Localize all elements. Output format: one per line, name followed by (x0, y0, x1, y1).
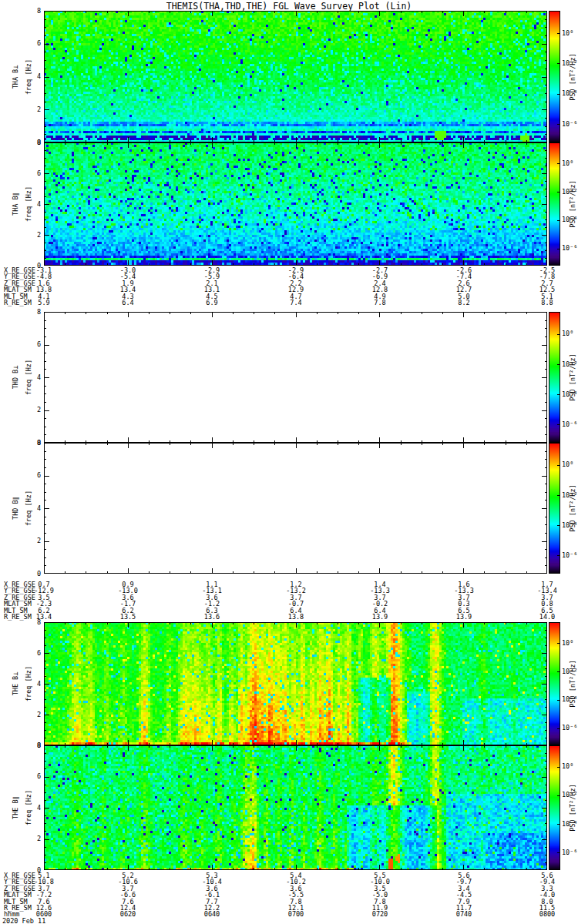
freq-tick-label: 4 (37, 681, 41, 688)
spectrogram-thd-b∥ (44, 443, 547, 574)
freq-tick-label: 2 (37, 407, 41, 413)
ephemeris-value: 7.8 (374, 300, 385, 306)
ephemeris-value: 0700 (288, 911, 304, 918)
freq-tick-label: 4 (37, 805, 41, 812)
panel-label: THA B∥ (12, 192, 19, 216)
colorbar-tick-label: 10⁻⁶ (562, 245, 577, 252)
colorbar-axis-label: PSD [nT²/Hz] (570, 660, 576, 707)
panel-label: THA B⊥ (12, 65, 19, 89)
freq-tick-label: 6 (37, 773, 41, 780)
ephemeris-value: 0640 (204, 911, 220, 918)
freq-tick-label: 2 (37, 711, 41, 718)
freq-tick-label: 2 (37, 835, 41, 842)
colorbar-tick-label: 10⁰ (562, 330, 573, 337)
colorbar-axis-label: PSD [nT²/Hz] (570, 53, 576, 100)
colorbar-tick-label: 10⁻⁶ (562, 552, 577, 559)
freq-tick-label: 8 (37, 309, 41, 316)
colorbar-2 (549, 312, 560, 443)
date-label: 2020 Feb 11 (2, 918, 45, 924)
ephemeris-value: 13.5 (120, 614, 136, 621)
freq-axis-label: freq [Hz] (25, 790, 32, 825)
freq-tick-label: 6 (37, 472, 41, 479)
ephemeris-value: 8.2 (458, 300, 469, 306)
spectrogram-thd-b⊥ (44, 312, 547, 443)
freq-tick-label: 8 (37, 8, 41, 15)
freq-axis-label: freq [Hz] (25, 360, 32, 395)
ephemeris-value: 13.8 (288, 614, 304, 621)
ephemeris-value: 0620 (120, 911, 136, 918)
panel-label: THE B∥ (12, 796, 19, 819)
freq-tick-label: 8 (37, 139, 41, 146)
freq-tick-label: 4 (37, 201, 41, 208)
freq-tick-label: 2 (37, 232, 41, 239)
colorbar-tick-label: 10⁻⁶ (562, 849, 577, 856)
colorbar-axis-label: PSD [nT²/Hz] (570, 484, 576, 531)
panel-label: THD B∥ (12, 497, 19, 520)
colorbar-tick-label: 10⁰ (562, 461, 573, 468)
colorbar-tick-label: 10⁻⁶ (562, 421, 577, 428)
colorbar-3 (549, 443, 560, 574)
freq-tick-label: 6 (37, 341, 41, 348)
colorbar-tick-label: 10⁻⁶ (562, 121, 577, 128)
ephemeris-value: 5.9 (38, 300, 49, 306)
freq-tick-label: 4 (37, 374, 41, 381)
freq-tick-label: 2 (37, 537, 41, 544)
colorbar-4 (549, 622, 560, 745)
colorbar-0 (549, 11, 560, 142)
ephemeris-value: 7.4 (290, 300, 301, 306)
colorbar-tick-label: 10⁰ (562, 640, 573, 647)
colorbar-tick-label: 10⁰ (562, 763, 573, 770)
ephemeris-value: 6.9 (206, 300, 217, 306)
ephemeris-value: 13.4 (36, 614, 52, 621)
freq-tick-label: 6 (37, 170, 41, 177)
colorbar-tick-label: 10⁰ (562, 30, 573, 37)
ephemeris-value: 14.0 (539, 614, 555, 621)
freq-tick-label: 4 (37, 73, 41, 80)
ephemeris-value: 0740 (456, 911, 472, 918)
ephemeris-value: 13.9 (372, 614, 388, 621)
ephemeris-value: 13.6 (204, 614, 220, 621)
freq-tick-label: 6 (37, 40, 41, 47)
ephemeris-value: 0800 (539, 911, 555, 918)
ephemeris-value: 0720 (372, 911, 388, 918)
spectrogram-tha-b∥ (44, 142, 547, 266)
freq-tick-label: 8 (37, 440, 41, 447)
ephemeris-row-label: R_RE_SM (4, 614, 32, 621)
ephemeris-value: 6.4 (122, 300, 133, 306)
colorbar-5 (549, 745, 560, 870)
spectrogram-the-b⊥ (44, 622, 547, 745)
freq-tick-label: 4 (37, 505, 41, 512)
colorbar-axis-label: PSD [nT²/Hz] (570, 784, 576, 831)
spectrogram-tha-b⊥ (44, 11, 547, 142)
freq-axis-label: freq [Hz] (25, 666, 32, 701)
ephemeris-value: 13.9 (456, 614, 472, 621)
colorbar-1 (549, 142, 560, 266)
colorbar-tick-label: 10⁻⁶ (562, 725, 577, 732)
ephemeris-value: 8.8 (541, 300, 553, 306)
panel-label: THD B⊥ (12, 366, 19, 390)
freq-axis-label: freq [Hz] (25, 490, 32, 526)
colorbar-tick-label: 10⁰ (562, 160, 573, 167)
freq-tick-label: 0 (37, 571, 41, 578)
freq-tick-label: 2 (37, 106, 41, 113)
colorbar-axis-label: PSD [nT²/Hz] (570, 353, 576, 400)
spectrogram-the-b∥ (44, 745, 547, 870)
freq-tick-label: 6 (37, 650, 41, 657)
freq-axis-label: freq [Hz] (25, 59, 32, 94)
panel-label: THE B⊥ (12, 672, 19, 696)
plot-title: THEMIS(THA,THD,THE) FGL Wave Survey Plot… (0, 2, 578, 11)
colorbar-axis-label: PSD [nT²/Hz] (570, 180, 576, 227)
freq-axis-label: freq [Hz] (25, 186, 32, 222)
ephemeris-row-label: R_RE_SM (4, 300, 32, 306)
freq-tick-label: 8 (37, 742, 41, 749)
